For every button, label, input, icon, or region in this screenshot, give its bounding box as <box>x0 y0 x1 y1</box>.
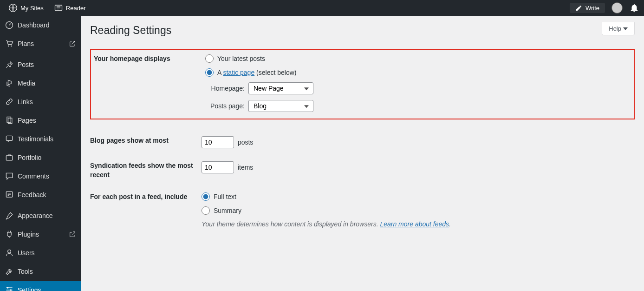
my-sites-label: My Sites <box>20 5 44 12</box>
sidebar-item-label: Links <box>18 98 33 106</box>
sidebar-item-label: Settings <box>18 286 41 291</box>
content-area: Help Reading Settings Your homepage disp… <box>81 16 644 291</box>
comment-icon <box>5 172 14 181</box>
pencil-icon <box>575 4 583 12</box>
syndication-unit: items <box>238 164 253 171</box>
feedback-icon <box>5 190 14 199</box>
homepage-select-label: Homepage: <box>205 85 245 92</box>
help-tab[interactable]: Help <box>602 22 635 35</box>
radio-full-text[interactable]: Full text <box>202 192 635 201</box>
blog-pages-input[interactable] <box>202 136 234 148</box>
svg-rect-11 <box>6 156 12 160</box>
svg-rect-8 <box>7 117 11 123</box>
radio-full-text-label: Full text <box>214 193 236 200</box>
sidebar-item-label: Users <box>18 249 35 257</box>
homepage-legend: Your homepage displays <box>94 54 205 64</box>
sidebar-item-label: Dashboard <box>18 21 50 29</box>
sidebar-item-comments[interactable]: Comments <box>0 167 81 185</box>
sidebar-item-label: Pages <box>18 117 36 124</box>
blog-pages-unit: posts <box>238 139 253 146</box>
svg-point-21 <box>10 289 12 291</box>
sidebar-item-label: Feedback <box>18 191 46 198</box>
dashboard-icon <box>5 20 14 30</box>
write-button[interactable]: Write <box>570 3 605 13</box>
syndication-input[interactable] <box>202 161 234 173</box>
my-sites-link[interactable]: My Sites <box>5 3 47 13</box>
posts-page-select-label: Posts page: <box>205 102 245 110</box>
external-icon <box>69 40 76 47</box>
static-page-link[interactable]: static page <box>223 69 254 76</box>
sidebar-item-label: Appearance <box>18 212 53 219</box>
reader-label: Reader <box>66 5 86 12</box>
admin-topbar: My Sites Reader Write <box>0 0 644 16</box>
homepage-select[interactable]: New Page <box>248 82 313 94</box>
posts-page-select[interactable]: Blog <box>248 100 313 112</box>
blog-pages-legend: Blog pages show at most <box>90 136 202 146</box>
sidebar-item-users[interactable]: Users <box>0 244 81 262</box>
svg-rect-10 <box>6 136 12 140</box>
cart-icon <box>5 39 14 48</box>
radio-static-page-label: A static page (select below) <box>217 69 296 76</box>
page-title: Reading Settings <box>90 24 635 37</box>
learn-more-link[interactable]: Learn more about feeds <box>380 220 449 228</box>
svg-rect-9 <box>8 118 12 124</box>
sidebar-item-label: Plugins <box>18 231 39 238</box>
sidebar-item-label: Plans <box>18 40 34 47</box>
portfolio-icon <box>5 153 14 162</box>
sidebar-item-label: Posts <box>18 61 34 68</box>
svg-point-16 <box>8 250 11 253</box>
sidebar-item-tools[interactable]: Tools <box>0 262 81 281</box>
write-label: Write <box>585 5 599 12</box>
svg-point-7 <box>11 46 12 47</box>
sidebar-item-posts[interactable]: Posts <box>0 55 81 74</box>
users-icon <box>5 248 14 258</box>
svg-point-20 <box>7 287 8 288</box>
feed-legend: For each post in a feed, include <box>90 192 202 202</box>
sidebar-item-label: Comments <box>18 172 49 180</box>
sidebar-item-feedback[interactable]: Feedback <box>0 185 81 204</box>
sidebar-item-dashboard[interactable]: Dashboard <box>0 16 81 34</box>
syndication-legend: Syndication feeds show the most recent <box>90 161 202 179</box>
wordpress-icon <box>8 3 18 13</box>
sidebar-item-settings[interactable]: Settings <box>0 281 81 291</box>
feed-description: Your theme determines how content is dis… <box>202 220 635 228</box>
testimonial-icon <box>5 134 14 144</box>
avatar[interactable] <box>611 2 623 13</box>
bell-icon[interactable] <box>629 3 639 13</box>
external-icon <box>69 231 76 238</box>
sidebar-item-label: Testimonials <box>18 135 53 143</box>
homepage-displays-section: Your homepage displays Your latest posts… <box>90 49 635 119</box>
sidebar: Dashboard Plans Posts Media Links Pages … <box>0 16 81 291</box>
radio-latest-posts-label: Your latest posts <box>217 55 265 62</box>
media-icon <box>5 79 14 88</box>
radio-static-page[interactable]: A static page (select below) <box>205 68 634 77</box>
radio-summary-label: Summary <box>214 207 241 214</box>
sidebar-item-label: Tools <box>18 268 33 275</box>
sidebar-item-links[interactable]: Links <box>0 93 81 111</box>
reader-link[interactable]: Reader <box>50 3 90 13</box>
help-label: Help <box>609 25 621 32</box>
sidebar-item-appearance[interactable]: Appearance <box>0 206 81 225</box>
radio-latest-posts-input[interactable] <box>205 54 214 63</box>
pin-icon <box>5 60 14 69</box>
radio-summary[interactable]: Summary <box>202 206 635 215</box>
wrench-icon <box>5 267 14 276</box>
radio-static-page-input[interactable] <box>205 68 214 77</box>
sidebar-item-portfolio[interactable]: Portfolio <box>0 148 81 167</box>
sidebar-item-label: Portfolio <box>18 154 41 161</box>
radio-summary-input[interactable] <box>202 206 210 215</box>
sidebar-item-plugins[interactable]: Plugins <box>0 225 81 244</box>
radio-latest-posts[interactable]: Your latest posts <box>205 54 634 63</box>
reader-icon <box>54 3 63 13</box>
brush-icon <box>5 211 14 220</box>
link-icon <box>5 97 14 106</box>
pages-icon <box>5 116 14 125</box>
chevron-down-icon <box>623 27 628 30</box>
sidebar-item-media[interactable]: Media <box>0 74 81 93</box>
sidebar-item-pages[interactable]: Pages <box>0 111 81 130</box>
radio-full-text-input[interactable] <box>202 192 210 201</box>
sliders-icon <box>5 285 14 291</box>
sidebar-item-plans[interactable]: Plans <box>0 34 81 53</box>
sidebar-item-testimonials[interactable]: Testimonials <box>0 130 81 148</box>
plugin-icon <box>5 230 14 239</box>
